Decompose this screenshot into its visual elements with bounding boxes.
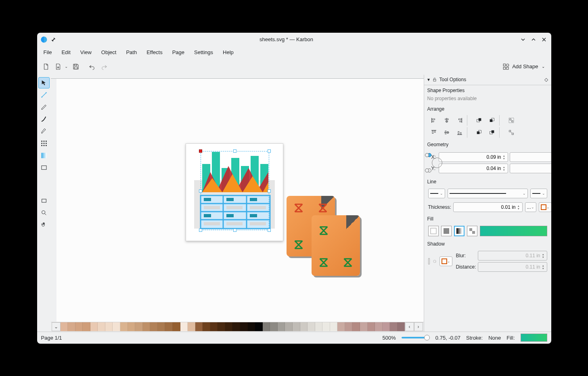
palette-swatch[interactable] [135,322,143,331]
collapse-icon[interactable]: ▾ [427,77,430,82]
bring-front[interactable] [473,115,485,126]
align-center-v[interactable] [441,127,452,138]
palette-swatch[interactable] [300,322,308,331]
pencil-tool[interactable] [38,101,50,113]
maximize-button[interactable] [529,36,538,44]
palette-swatch[interactable] [270,322,278,331]
add-shape-button[interactable]: Add Shape ⌄ [499,61,548,72]
palette-swatch[interactable] [105,322,113,331]
edit-path-tool[interactable] [38,89,50,101]
shadow-angle-dial[interactable] [433,253,436,269]
undo-button[interactable] [86,61,98,72]
fill-solid[interactable] [441,226,452,236]
palette-swatch[interactable] [398,322,405,331]
palette-swatch[interactable] [383,322,390,331]
canvas-object-cards[interactable]: ⧖ ⧖ ⧖ ⧖ ⧖ ⧖ ⧖ [287,196,335,256]
selection-box[interactable] [201,151,269,230]
cap-start-combo[interactable]: ⌄ [428,189,445,198]
palette-swatch[interactable] [188,322,195,331]
palette-swatch[interactable] [120,322,128,331]
palette-swatches[interactable] [61,322,405,331]
stroke-extra-combo[interactable]: ...⌄ [525,202,536,212]
palette-swatch[interactable] [203,322,210,331]
stroke-value[interactable]: None [488,335,501,341]
palette-menu[interactable]: ⌄ [52,322,61,331]
canvas-viewport[interactable]: ⧖ ⧖ ⧖ ⧖ ⧖ ⧖ ⧖ [51,75,424,322]
zoom-tool[interactable] [38,207,50,218]
fill-gradient[interactable] [454,226,465,236]
palette-swatch[interactable] [255,322,263,331]
palette-swatch[interactable] [337,322,345,331]
height-input[interactable]: ▴▾ [510,164,551,173]
palette-swatch[interactable] [68,322,75,331]
x-input[interactable]: ▴▾ [439,152,508,162]
width-input[interactable]: ▴▾ [510,152,551,162]
palette-swatch[interactable] [315,322,323,331]
lock-icon[interactable] [432,77,437,82]
shadow-enable-check[interactable] [428,258,430,265]
new-button[interactable] [40,61,52,72]
fill-pattern[interactable] [467,226,477,236]
palette-swatch[interactable] [143,322,151,331]
zoom-slider[interactable] [402,337,430,338]
crop-tool[interactable] [38,195,50,206]
palette-swatch[interactable] [375,322,383,331]
menu-file[interactable]: File [39,48,57,57]
thickness-input[interactable]: ▴▾ [453,202,523,212]
pin-icon[interactable] [50,36,56,43]
select-tool[interactable] [38,77,50,88]
panel-menu-icon[interactable]: ◇ [544,77,548,82]
redo-button[interactable] [98,61,110,72]
align-center-h[interactable] [441,115,452,126]
pan-tool[interactable] [38,219,50,231]
palette-swatch[interactable] [322,322,330,331]
palette-swatch[interactable] [390,322,398,331]
palette-swatch[interactable] [330,322,338,331]
stroke-style-combo[interactable]: ⌄ [448,189,528,198]
menu-view[interactable]: View [75,48,96,57]
palette-swatch[interactable] [150,322,158,331]
shadow-color-button[interactable]: ⌄ [439,256,452,266]
palette-swatch[interactable] [293,322,300,331]
pattern-tool[interactable] [38,138,50,149]
menu-help[interactable]: Help [218,48,239,57]
palette-swatch[interactable] [240,322,248,331]
align-left[interactable] [428,115,439,126]
palette-left[interactable]: ‹ [405,322,414,331]
pen-tool[interactable] [38,126,50,137]
y-input[interactable]: ▴▾ [439,164,508,173]
menu-page[interactable]: Page [167,48,189,57]
palette-swatch[interactable] [248,322,255,331]
palette-swatch[interactable] [345,322,353,331]
palette-swatch[interactable] [360,322,368,331]
send-backward[interactable] [473,127,485,138]
align-bottom[interactable] [454,127,465,138]
menu-settings[interactable]: Settings [189,48,218,57]
gradient-tool[interactable] [38,150,50,161]
palette-swatch[interactable] [308,322,315,331]
palette-swatch[interactable] [218,322,225,331]
save-button[interactable] [70,61,82,72]
menu-object[interactable]: Object [96,48,121,57]
ungroup-button[interactable] [506,127,517,138]
palette-swatch[interactable] [278,322,285,331]
group-button[interactable] [506,115,517,126]
close-button[interactable] [540,36,548,44]
palette-swatch[interactable] [195,322,203,331]
palette-right[interactable]: › [414,322,423,331]
palette-swatch[interactable] [180,322,188,331]
palette-swatch[interactable] [285,322,293,331]
minimize-button[interactable] [519,36,527,44]
palette-swatch[interactable] [232,322,240,331]
palette-swatch[interactable] [368,322,375,331]
open-dropdown[interactable]: ⌄ [65,64,70,69]
palette-swatch[interactable] [225,322,233,331]
text-tool[interactable] [38,162,50,173]
palette-swatch[interactable] [83,322,90,331]
palette-swatch[interactable] [75,322,83,331]
bring-forward[interactable] [486,115,498,126]
palette-swatch[interactable] [158,322,165,331]
fill-none[interactable] [428,226,439,236]
palette-swatch[interactable] [352,322,360,331]
cap-end-combo[interactable]: ⌄ [530,189,547,198]
